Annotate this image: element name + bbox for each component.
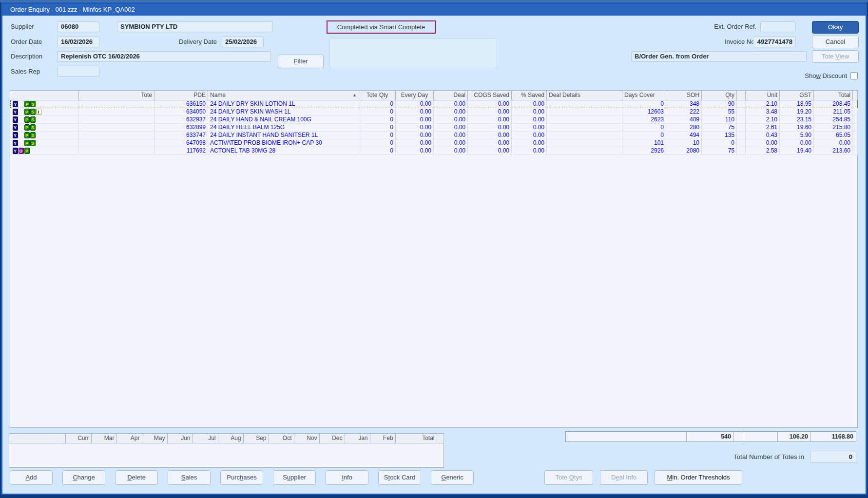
tote-qtys-button[interactable]: Tote Qtys [544,470,593,485]
filter-button[interactable]: Filter [278,55,324,68]
cell-end [853,147,858,154]
cell-pct-saved: 0.00 [512,100,547,108]
table-row[interactable]: YPS 633747 24 DAILY INSTANT HAND SANITSE… [11,131,858,139]
col-gst[interactable]: GST [780,91,814,100]
col-unit[interactable]: Unit [746,91,780,100]
cell-tote-qty: 0 [359,100,396,108]
cell-deal-details [547,115,622,123]
table-row[interactable]: YPSI 634050 24 DAILY DRY SKIN WASH 1L 0 … [11,108,858,115]
flag-s-icon: S [30,109,36,115]
cell-tote [79,100,154,108]
okay-button[interactable]: Okay [812,21,859,34]
col-pct-saved[interactable]: % Saved [512,91,547,100]
cell-sep [737,139,746,147]
cell-unit: 2.10 [746,100,780,108]
table-row[interactable]: YPS 636150 24 DAILY DRY SKIN LOTION 1L 0… [11,100,858,108]
flag-d-icon [19,116,24,123]
cell-flags: YPS [11,100,79,108]
flag-p-icon: P [24,132,30,138]
cell-tote [79,123,154,131]
sales-button[interactable]: Sales [168,470,211,485]
cell-tote [79,115,154,123]
window-title: Order Enquiry - 001 zzz - Minfos KP_QA00… [10,6,135,13]
cancel-button[interactable]: Cancel [812,36,859,48]
delivery-date-field[interactable]: 25/02/2026 [222,37,264,47]
deal-info-button[interactable]: Deal Info [600,470,648,485]
ext-order-ref-field[interactable] [760,21,796,32]
tote-view-button[interactable]: Tote View [812,50,859,63]
flag-y-icon: Y [13,148,18,154]
cell-deal: 0.00 [434,131,468,139]
cell-sep [737,147,746,154]
supplier-code-field[interactable]: 06080 [58,21,99,32]
flag-y-icon: Y [13,124,18,131]
cell-days-cover: 2926 [622,147,666,154]
info-button[interactable]: Info [326,470,368,485]
col-name[interactable]: Name▲ [208,91,359,100]
months-col-mar: Mar [91,434,116,443]
order-lines-grid[interactable]: Tote PDE Name▲ Tote Qty Every Day Deal C… [10,90,858,428]
sales-rep-field[interactable] [58,66,99,77]
col-days-cover[interactable]: Days Cover [622,91,666,100]
cell-pde: 634050 [154,108,208,115]
col-total[interactable]: Total [814,91,853,100]
col-every-day[interactable]: Every Day [396,91,434,100]
cell-sep [737,123,746,131]
table-row[interactable]: YPS 647098 ACTIVATED PROB BIOME IRON+ CA… [11,139,858,147]
add-button[interactable]: Add [10,470,53,485]
flag-p-icon: P [24,101,30,107]
cell-unit: 3.48 [746,108,780,115]
col-pde[interactable]: PDE [154,91,208,100]
invoice-no-field[interactable]: 4927741478 [753,37,796,47]
delete-button[interactable]: Delete [115,470,158,485]
monthly-summary-panel: Curr Mar Apr May Jun Jul Aug Sep Oct Nov… [9,433,444,468]
status-banner: Completed via Smart Complete [327,20,436,34]
description-field[interactable]: Replenish OTC 16/02/2026 [58,51,271,62]
table-row[interactable]: YDP 117692 ACTONEL TAB 30MG 28 0 0.00 0.… [11,147,858,154]
purchases-button[interactable]: Purchases [220,470,263,485]
col-deal[interactable]: Deal [434,91,468,100]
flag-s-icon: S [30,132,36,138]
col-soh[interactable]: SOH [666,91,702,100]
generic-button[interactable]: Generic [431,470,474,485]
comment-box[interactable] [329,38,497,68]
cell-qty: 0 [702,139,737,147]
col-flags[interactable] [11,91,79,100]
cell-flags: YPSI [11,108,79,115]
cell-unit: 0.43 [746,131,780,139]
cell-total: 213.60 [814,147,853,154]
supplier-name-field[interactable]: SYMBION PTY LTD [117,21,273,32]
min-order-thresholds-button[interactable]: Min. Order Thresholds [655,470,742,485]
col-deal-details[interactable]: Deal Details [547,91,622,100]
flag-s-icon: S [30,124,36,131]
order-date-field[interactable]: 16/02/2026 [58,37,99,47]
border-gen-field: B/Order Gen. from Order [631,51,807,62]
col-tote-qty[interactable]: Tote Qty [359,91,396,100]
show-discount-checkbox[interactable] [850,72,858,79]
table-row[interactable]: YPS 632937 24 DAILY HAND & NAIL CREAM 10… [11,115,858,123]
months-col-curr: Curr [65,434,91,443]
change-button[interactable]: Change [62,470,105,485]
supplier-button[interactable]: Supplier [273,470,316,485]
order-totals-strip: 540 106.20 1168.80 [565,431,856,442]
order-date-label: Order Date [11,38,42,45]
col-qty[interactable]: Qty [702,91,737,100]
cell-tote [79,147,154,154]
stock-card-button[interactable]: Stock Card [378,470,421,485]
cell-sep [737,108,746,115]
footer-button-group: Add Change Delete Sales Purchases Suppli… [10,470,474,485]
cell-name: ACTIVATED PROB BIOME IRON+ CAP 30 [208,139,359,147]
invoice-no-label: Invoice No. [708,38,756,45]
col-cogs-saved[interactable]: COGS Saved [468,91,512,100]
cell-deal: 0.00 [434,147,468,154]
cell-pct-saved: 0.00 [512,115,547,123]
cell-end [853,139,858,147]
cell-qty: 135 [702,131,737,139]
grid-header-row[interactable]: Tote PDE Name▲ Tote Qty Every Day Deal C… [11,91,858,100]
window-titlebar[interactable]: Order Enquiry - 001 zzz - Minfos KP_QA00… [2,4,866,16]
table-row[interactable]: YPS 632899 24 DAILY HEEL BALM 125G 0 0.0… [11,123,858,131]
months-col-may: May [142,434,167,443]
flag-i-icon [36,132,41,138]
col-tote[interactable]: Tote [79,91,154,100]
cell-deal-details [547,139,622,147]
